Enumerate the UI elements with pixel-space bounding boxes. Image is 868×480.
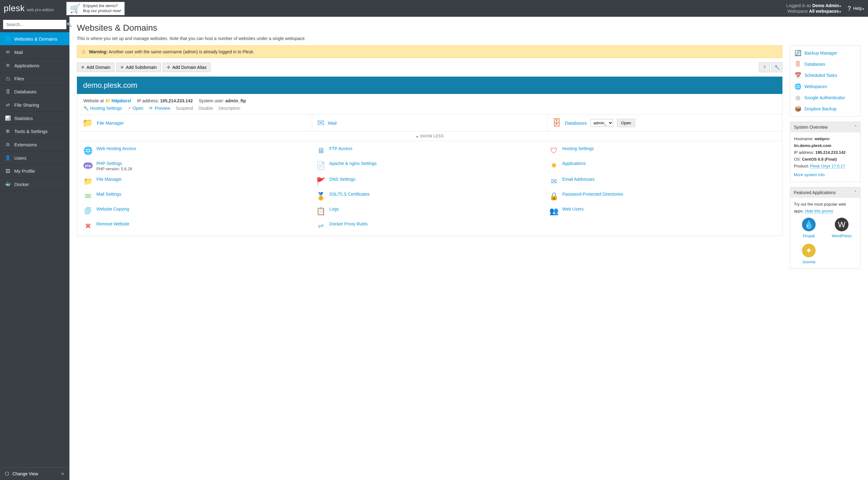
featured-app[interactable]: ✦Joomla — [794, 244, 824, 265]
promo-banner[interactable]: 🛒 Enjoyed the demo? Buy our product now! — [66, 2, 125, 15]
tile-icon: 📋 — [316, 207, 326, 216]
nav-mail[interactable]: ✉Mail — [0, 46, 69, 59]
hosting-settings-link[interactable]: 🔧Hosting Settings — [83, 106, 122, 111]
disable-link[interactable]: Disable — [198, 106, 213, 111]
nav-docker[interactable]: 🐳Docker — [0, 178, 69, 191]
help-button[interactable]: ❔ Help▾ — [847, 6, 864, 11]
wrench-icon: 🔧 — [83, 106, 89, 111]
tile[interactable]: 🗐 Website Copying — [83, 207, 310, 216]
product-link[interactable]: Plesk Onyx 17.0.17 — [810, 164, 845, 169]
tile[interactable]: 🌐 Web Hosting Access — [83, 146, 310, 155]
tile[interactable]: ⇌ Docker Proxy Rules — [316, 221, 543, 231]
plus-icon: ✚ — [167, 65, 170, 70]
open-db-button[interactable]: Open — [617, 119, 635, 127]
help-icon-button[interactable]: ? — [759, 62, 770, 72]
logo[interactable]: plesk web pro edition — [4, 3, 54, 13]
tile[interactable]: 👥 Web Users — [549, 207, 776, 216]
tile[interactable]: 🚩 DNS Settings — [316, 177, 543, 186]
tile-link: Website Copying — [96, 207, 129, 211]
add-alias-button[interactable]: ✚Add Domain Alias — [163, 63, 211, 72]
tile-icon: ✉ — [83, 191, 93, 201]
tile[interactable]: 📁 File Manager — [83, 177, 310, 186]
tile[interactable]: 🏅 SSL/TLS Certificates — [316, 191, 543, 201]
featured-app[interactable]: 💧Drupal — [794, 218, 824, 239]
nav-statistics[interactable]: 📊Statistics — [0, 112, 69, 125]
nav-tools-settings[interactable]: 🛠Tools & Settings — [0, 125, 69, 138]
side-link-icon: 🗄 — [795, 61, 801, 68]
preview-icon: 👁 — [149, 106, 153, 111]
side-link[interactable]: 🗄Databases — [790, 59, 860, 70]
tile-link: Web Hosting Access — [96, 146, 136, 151]
side-link[interactable]: 🔄Backup Manager — [790, 48, 860, 59]
chevron-up-icon: ˄ — [855, 190, 857, 195]
wrench-icon: 🔧 — [774, 65, 780, 70]
mail-cell[interactable]: ✉ Mail — [312, 115, 547, 131]
tile-link: Web Users — [562, 207, 584, 211]
side-link[interactable]: 📦Dropbox Backup — [790, 103, 860, 114]
tile-icon: 📄 — [316, 161, 326, 170]
tile[interactable]: ✉ Mail Settings — [83, 191, 310, 201]
tile[interactable]: 📋 Logs — [316, 207, 543, 216]
question-icon: ? — [763, 65, 766, 70]
tile[interactable]: 🛡 Hosting Settings — [549, 146, 776, 155]
toolbar: ✚Add Domain ✚Add Subdomain ✚Add Domain A… — [77, 62, 782, 72]
more-system-info-link[interactable]: More system info — [794, 172, 825, 178]
suspend-link[interactable]: Suspend — [176, 106, 193, 111]
featured-apps-toggle[interactable]: Featured Applications˄ — [790, 187, 860, 198]
logo-text: plesk — [4, 3, 25, 13]
tile[interactable]: ✖ Remove Website — [83, 221, 310, 231]
nav-list: 🌐Websites & Domains ✉Mail ✲Applications … — [0, 32, 69, 280]
description-link[interactable]: Description — [219, 106, 240, 111]
tile[interactable]: ✸ Applications — [549, 161, 776, 171]
databases-link[interactable]: Databases — [565, 120, 587, 126]
nav-file-sharing[interactable]: ⇄File Sharing — [0, 98, 69, 112]
nav-users[interactable]: 👤Users — [0, 151, 69, 164]
webspace-menu[interactable]: All webspaces▾ — [809, 9, 841, 13]
tile-icon: 👥 — [549, 207, 559, 216]
tile-icon: 🏅 — [316, 191, 326, 201]
system-overview-toggle[interactable]: System Overview˄ — [790, 122, 860, 132]
user-menu[interactable]: Demo Admin▾ — [812, 3, 841, 8]
nav-extensions[interactable]: ⧉Extensions — [0, 138, 69, 151]
db-icon: 🗄 — [5, 89, 10, 94]
chevron-up-icon: ▲ — [416, 134, 419, 138]
profile-icon: 🖼 — [5, 169, 10, 174]
tools-icon-button[interactable]: 🔧 — [771, 62, 782, 72]
featured-app[interactable]: WWordPress — [827, 218, 857, 239]
show-less-toggle[interactable]: ▲SHOW LESS — [77, 131, 782, 141]
side-link-icon: 🔄 — [795, 50, 801, 56]
tile-icon: ✖ — [83, 221, 93, 231]
folder-icon: 📁 — [105, 98, 111, 103]
search-box: 🔍 — [3, 20, 66, 29]
tile-link: Logs — [329, 207, 339, 211]
tile[interactable]: ✉ Email Addresses — [549, 177, 776, 186]
preview-link[interactable]: 👁Preview — [149, 106, 170, 111]
search-button[interactable]: 🔍 — [64, 20, 75, 29]
files-icon: 🗀 — [5, 76, 10, 81]
tile[interactable]: 🔒 Password-Protected Directories — [549, 191, 776, 201]
hide-promo-link[interactable]: Hide this promo — [805, 209, 833, 214]
httpdocs-link[interactable]: httpdocs/ — [112, 98, 131, 103]
tile[interactable]: 📄 Apache & nginx Settings — [316, 161, 543, 171]
tile-link: Password-Protected Directories — [562, 191, 623, 197]
open-link[interactable]: ↗Open — [127, 106, 143, 111]
user-icon: 👤 — [5, 155, 10, 161]
nav-applications[interactable]: ✲Applications — [0, 59, 69, 72]
tile-link: Apache & nginx Settings — [329, 161, 377, 166]
tile-icon: 📁 — [83, 177, 93, 186]
search-input[interactable] — [3, 20, 64, 29]
nav-databases[interactable]: 🗄Databases — [0, 85, 69, 98]
db-select[interactable]: admin_ — [591, 119, 613, 127]
side-link[interactable]: ◎Google Authenticator — [790, 92, 860, 103]
file-manager-cell[interactable]: 📁 File Manager — [77, 115, 312, 131]
nav-websites-domains[interactable]: 🌐Websites & Domains — [0, 32, 69, 46]
add-domain-button[interactable]: ✚Add Domain — [77, 63, 114, 72]
side-link[interactable]: 🌐Webspaces — [790, 81, 860, 92]
side-link[interactable]: 📅Scheduled Tasks — [790, 70, 860, 81]
nav-my-profile[interactable]: 🖼My Profile — [0, 164, 69, 178]
tile[interactable]: php PHP SettingsPHP version: 5.6.26 — [83, 161, 310, 171]
nav-files[interactable]: 🗀Files — [0, 72, 69, 85]
domain-name[interactable]: demo.plesk.com — [77, 77, 782, 94]
tile[interactable]: 🖥 FTP Access — [316, 146, 543, 155]
add-subdomain-button[interactable]: ✚Add Subdomain — [116, 63, 161, 72]
